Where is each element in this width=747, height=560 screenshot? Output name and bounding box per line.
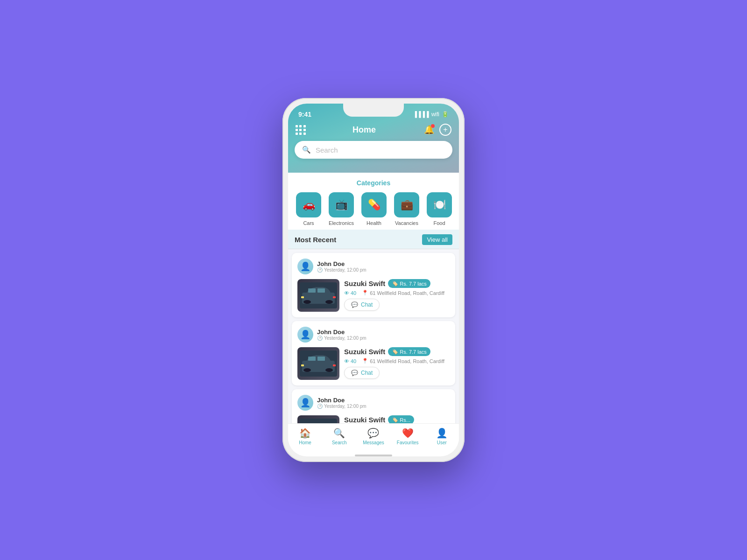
- svg-rect-13: [317, 357, 325, 361]
- category-electronics[interactable]: 📺 Electronics: [327, 192, 355, 226]
- car-image-svg: [300, 350, 337, 377]
- listing-user-row: 👤 John Doe 🕐 Yesterday, 12:00 pm: [297, 395, 450, 411]
- wifi-icon: wifi: [431, 111, 439, 118]
- eye-icon: 👁: [344, 290, 349, 296]
- listing-details: Suzuki Swift 🏷️ Rs. 7.7 lacs 👁 40: [344, 347, 450, 380]
- chat-label: Chat: [361, 301, 373, 308]
- price-text: Rs...: [400, 417, 410, 423]
- search-bar[interactable]: 🔍 Search: [295, 141, 452, 159]
- most-recent-header: Most Recent View all: [288, 230, 459, 249]
- chat-button[interactable]: 💬 Chat: [344, 367, 380, 379]
- listing-title: Suzuki Swift: [344, 348, 385, 356]
- chat-button[interactable]: 💬 Chat: [344, 299, 380, 311]
- svg-rect-4: [308, 288, 316, 293]
- avatar-icon: 👤: [300, 329, 310, 340]
- user-nav-icon: 👤: [436, 427, 448, 439]
- user-info: John Doe 🕐 Yesterday, 12:00 pm: [317, 329, 366, 341]
- svg-rect-7: [333, 296, 336, 298]
- most-recent-title: Most Recent: [295, 236, 336, 244]
- svg-rect-10: [303, 368, 311, 372]
- avatar-icon: 👤: [300, 398, 310, 408]
- view-all-button[interactable]: View all: [422, 234, 452, 245]
- menu-icon[interactable]: [296, 125, 306, 135]
- listing-meta: 👁 40 📍 61 Wellfield Road, Roath, Cardiff: [344, 358, 450, 364]
- nav-user[interactable]: 👤 User: [430, 427, 453, 445]
- vacancies-label: Vacancies: [395, 220, 418, 226]
- price-badge: 🏷️ Rs. 7.7 lacs: [388, 347, 430, 356]
- svg-rect-16: [300, 419, 337, 423]
- listing-title: Suzuki Swift: [344, 416, 385, 423]
- cars-icon-box: 🚗: [296, 192, 321, 217]
- car-icon: 🚗: [303, 199, 315, 211]
- plus-icon: +: [443, 126, 447, 134]
- listing-details: Suzuki Swift 🏷️ Rs...: [344, 415, 450, 423]
- svg-rect-5: [317, 288, 325, 293]
- user-time-text: Yesterday, 12:00 pm: [324, 404, 366, 409]
- electronics-icon-box: 📺: [329, 192, 354, 217]
- avatar-icon: 👤: [300, 261, 310, 272]
- health-label: Health: [366, 220, 381, 226]
- nav-home[interactable]: 🏠 Home: [294, 427, 317, 445]
- header-bar: Home 🔔 +: [288, 120, 459, 141]
- svg-rect-14: [301, 364, 304, 366]
- clock-icon: 🕐: [317, 336, 323, 341]
- price-badge: 🏷️ Rs...: [388, 415, 414, 423]
- listing-image: [297, 415, 339, 423]
- user-name: John Doe: [317, 260, 366, 267]
- category-vacancies[interactable]: 💼 Vacancies: [393, 192, 421, 226]
- listing-user-row: 👤 John Doe 🕐 Yesterday, 12:00 pm: [297, 327, 450, 343]
- nav-search[interactable]: 🔍 Search: [328, 427, 351, 445]
- food-label: Food: [433, 220, 445, 226]
- location: 📍 61 Wellfield Road, Roath, Cardiff: [362, 358, 444, 364]
- home-nav-label: Home: [299, 440, 311, 445]
- user-name: John Doe: [317, 329, 366, 336]
- cars-label: Cars: [303, 220, 314, 226]
- phone-notch: [343, 104, 404, 117]
- pin-icon: 📍: [362, 358, 368, 364]
- tag-icon: 🏷️: [392, 349, 398, 355]
- phone-frame: 9:41 ▐▐▐▐ wifi 🔋 Home 🔔: [282, 98, 465, 462]
- clock-icon: 🕐: [317, 404, 323, 409]
- location-text: 61 Wellfield Road, Roath, Cardiff: [370, 290, 444, 296]
- user-time: 🕐 Yesterday, 12:00 pm: [317, 404, 366, 409]
- user-time: 🕐 Yesterday, 12:00 pm: [317, 267, 366, 273]
- page-title: Home: [352, 125, 376, 135]
- listing-body: Suzuki Swift 🏷️ Rs. 7.7 lacs 👁 40: [297, 279, 450, 312]
- nav-favourites[interactable]: ❤️ Favourites: [396, 427, 419, 445]
- categories-section: Categories 🚗 Cars 📺 Electronics: [288, 173, 459, 230]
- listing-card: 👤 John Doe 🕐 Yesterday, 12:00 pm: [292, 321, 455, 385]
- search-nav-icon: 🔍: [333, 427, 345, 439]
- category-property[interactable]: 🏠 Pr...: [458, 192, 459, 226]
- notification-button[interactable]: 🔔: [423, 123, 436, 136]
- listing-title: Suzuki Swift: [344, 280, 385, 287]
- svg-rect-3: [325, 300, 333, 304]
- location-text: 61 Wellfield Road, Roath, Cardiff: [370, 358, 444, 364]
- listing-card: 👤 John Doe 🕐 Yesterday, 12:00 pm: [292, 253, 455, 317]
- battery-icon: 🔋: [442, 111, 449, 118]
- chat-label: Chat: [361, 370, 373, 376]
- user-info: John Doe 🕐 Yesterday, 12:00 pm: [317, 397, 366, 409]
- search-icon: 🔍: [302, 146, 311, 154]
- svg-rect-12: [308, 357, 316, 361]
- header-actions: 🔔 +: [423, 123, 451, 136]
- avatar: 👤: [297, 327, 313, 343]
- health-icon: 💊: [368, 199, 381, 211]
- nav-messages[interactable]: 💬 Messages: [362, 427, 385, 445]
- phone-screen: 9:41 ▐▐▐▐ wifi 🔋 Home 🔔: [288, 104, 459, 456]
- views: 👁 40: [344, 290, 356, 296]
- vacancies-icon-box: 💼: [394, 192, 419, 217]
- bottom-nav: 🏠 Home 🔍 Search 💬 Messages ❤️ Favourites…: [288, 423, 459, 453]
- listing-body: Suzuki Swift 🏷️ Rs...: [297, 415, 450, 423]
- briefcase-icon: 💼: [401, 199, 413, 211]
- categories-scroll[interactable]: 🚗 Cars 📺 Electronics 💊: [288, 192, 459, 226]
- listing-user-row: 👤 John Doe 🕐 Yesterday, 12:00 pm: [297, 259, 450, 274]
- messages-nav-label: Messages: [363, 440, 384, 445]
- category-food[interactable]: 🍽️ Food: [425, 192, 453, 226]
- category-health[interactable]: 💊 Health: [360, 192, 388, 226]
- svg-rect-2: [303, 300, 311, 304]
- favourites-nav-label: Favourites: [397, 440, 419, 445]
- listing-details: Suzuki Swift 🏷️ Rs. 7.7 lacs 👁 40: [344, 279, 450, 312]
- category-cars[interactable]: 🚗 Cars: [295, 192, 323, 226]
- add-button[interactable]: +: [439, 124, 451, 136]
- categories-label: Categories: [288, 179, 459, 187]
